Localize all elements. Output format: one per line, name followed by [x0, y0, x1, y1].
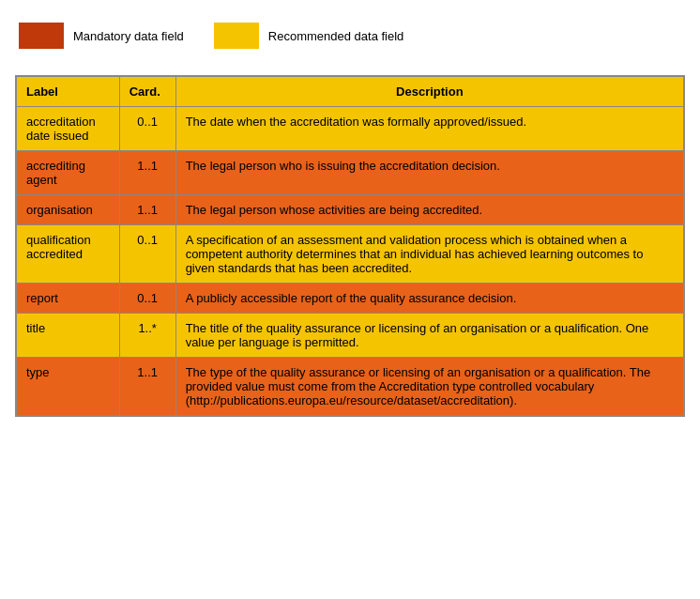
cell-label: qualification accredited: [16, 225, 119, 284]
cell-description: The title of the quality assurance or li…: [175, 314, 684, 358]
mandatory-legend-item: Mandatory data field: [19, 23, 184, 49]
cell-card: 1..1: [119, 358, 175, 417]
data-table: Label Card. Description accreditation da…: [15, 75, 685, 417]
table-row: accrediting agent1..1The legal person wh…: [16, 151, 684, 195]
cell-card: 0..1: [119, 284, 175, 314]
cell-description: A publicly accessible report of the qual…: [175, 284, 684, 314]
table-row: qualification accredited0..1A specificat…: [16, 225, 684, 284]
cell-label: title: [16, 314, 119, 358]
legend: Mandatory data field Recommended data fi…: [15, 15, 685, 56]
cell-description: The legal person who is issuing the accr…: [175, 151, 684, 195]
table-row: type1..1The type of the quality assuranc…: [16, 358, 684, 417]
cell-card: 1..1: [119, 195, 175, 225]
header-description: Description: [175, 76, 684, 107]
table-row: report0..1A publicly accessible report o…: [16, 284, 684, 314]
recommended-color-box: [214, 23, 259, 49]
cell-label: accreditation date issued: [16, 107, 119, 151]
recommended-legend-item: Recommended data field: [214, 23, 404, 49]
cell-description: The date when the accreditation was form…: [175, 107, 684, 151]
recommended-legend-label: Recommended data field: [268, 29, 404, 43]
table-row: accreditation date issued0..1The date wh…: [16, 107, 684, 151]
table-row: title1..*The title of the quality assura…: [16, 314, 684, 358]
cell-card: 0..1: [119, 107, 175, 151]
cell-label: report: [16, 284, 119, 314]
table-row: organisation1..1The legal person whose a…: [16, 195, 684, 225]
mandatory-color-box: [19, 23, 64, 49]
header-label: Label: [16, 76, 119, 107]
cell-description: A specification of an assessment and val…: [175, 225, 684, 284]
cell-card: 1..1: [119, 151, 175, 195]
table-header-row: Label Card. Description: [16, 76, 684, 107]
cell-label: accrediting agent: [16, 151, 119, 195]
cell-label: type: [16, 358, 119, 417]
cell-card: 1..*: [119, 314, 175, 358]
header-card: Card.: [119, 76, 175, 107]
cell-label: organisation: [16, 195, 119, 225]
cell-card: 0..1: [119, 225, 175, 284]
cell-description: The legal person whose activities are be…: [175, 195, 684, 225]
cell-description: The type of the quality assurance or lic…: [175, 358, 684, 417]
mandatory-legend-label: Mandatory data field: [73, 29, 184, 43]
